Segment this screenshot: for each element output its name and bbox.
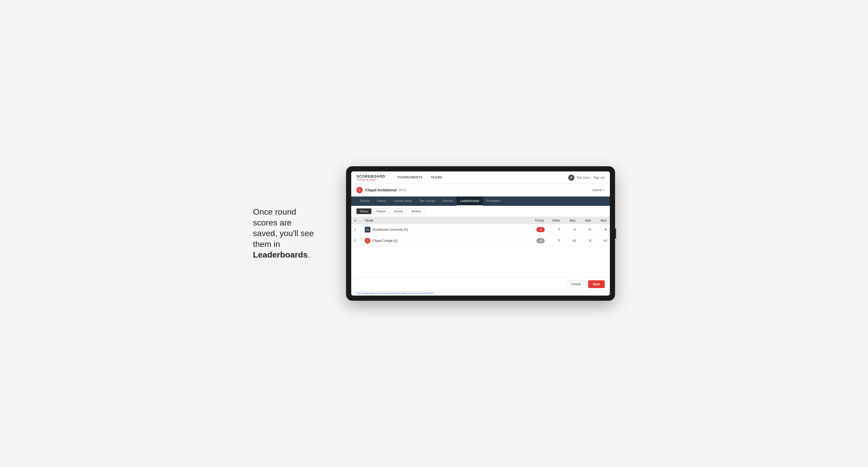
rd1-cell: -4 [563, 224, 579, 235]
bottom-action-bar: Cancel Save [351, 277, 610, 291]
tab-tee-groups[interactable]: Tee Groups [416, 196, 439, 206]
table-header-row: # TEAM TOTAL THRU RD1 RD2 RD3 [351, 217, 610, 224]
col-rd1: RD1 [563, 217, 579, 224]
left-description: Once round scores are saved, you'll see … [253, 207, 331, 260]
team-logo: SU [365, 227, 370, 232]
top-navigation: SCOREBOARD Powered by clippd TOURNAMENTS… [351, 172, 610, 184]
tablet-device: SCOREBOARD Powered by clippd TOURNAMENTS… [346, 166, 615, 301]
rd1-cell: +8 [563, 235, 579, 246]
desc-line2: scores are [253, 218, 291, 227]
tab-leaderboards[interactable]: Leaderboards [457, 196, 483, 206]
filter-scores-button[interactable]: Scores [391, 209, 406, 214]
app-logo: SCOREBOARD [356, 174, 385, 179]
col-thru: THRU [548, 217, 563, 224]
team-cell: C Clippd College [A] [362, 235, 527, 246]
rank-cell: 2 [351, 235, 362, 246]
tab-teams[interactable]: Teams [373, 196, 390, 206]
url-text: https://stage-blue-coach.stagescoredboar… [356, 292, 434, 294]
sub-navigation: Details Teams Course Setup Tee Groups Re… [351, 196, 610, 206]
team-name: Clippd College [A] [372, 239, 397, 243]
team-cell: SU Scoreboard University [A] [362, 224, 527, 235]
nav-teams[interactable]: TEAMS [427, 172, 447, 184]
user-avatar: S [568, 175, 575, 181]
score-badge: -5 [536, 227, 545, 232]
rank-cell: 1 [351, 224, 362, 235]
col-rank: # [351, 217, 362, 224]
desc-line5-end: . [308, 250, 310, 259]
desc-line1: Once round [253, 207, 296, 216]
thru-cell: F [548, 235, 563, 246]
col-team: TEAM [362, 217, 527, 224]
tab-details[interactable]: Details [356, 196, 373, 206]
team-name-wrapper: SU Scoreboard University [A] [365, 227, 524, 232]
tablet-side-button [615, 228, 616, 239]
nav-tournaments[interactable]: TOURNAMENTS [393, 172, 427, 184]
rd2-cell: -8 [579, 235, 594, 246]
tournament-title: Clippd Invitational [365, 188, 397, 192]
tournament-icon: C [356, 187, 363, 193]
col-rd3: RD3 [594, 217, 610, 224]
leaderboard-table: # TEAM TOTAL THRU RD1 RD2 RD3 1 [351, 217, 610, 246]
desc-line3: saved, you'll see [253, 228, 314, 238]
total-cell: +3 [527, 235, 548, 246]
team-name-wrapper: C Clippd College [A] [365, 238, 524, 244]
team-logo-c: C [365, 238, 370, 244]
filter-bar: Teams Players Scores Strokes [351, 206, 610, 217]
main-nav-links: TOURNAMENTS TEAMS [393, 172, 446, 184]
desc-line4: them in [253, 240, 280, 249]
table-row: 1 SU Scoreboard University [A] -5 F -4 [351, 224, 610, 235]
tournament-subtitle: (Men) [398, 188, 406, 192]
filter-strokes-button[interactable]: Strokes [408, 209, 424, 214]
tournament-cancel-button[interactable]: Cancel × [592, 188, 605, 192]
tournament-header: C Clippd Invitational (Men) Cancel × [351, 184, 610, 196]
col-total: TOTAL [527, 217, 548, 224]
url-bar: https://stage-blue-coach.stagescoredboar… [351, 291, 610, 295]
tab-course-setup[interactable]: Course Setup [390, 196, 416, 206]
page-wrapper: Once round scores are saved, you'll see … [253, 166, 615, 301]
rd3-cell: +3 [594, 235, 610, 246]
rd3-cell: -6 [594, 224, 610, 235]
desc-line5-bold: Leaderboards [253, 250, 308, 259]
rd2-cell: +5 [579, 224, 594, 235]
total-cell: -5 [527, 224, 548, 235]
team-name: Scoreboard University [A] [372, 228, 408, 231]
table-row: 2 C Clippd College [A] +3 F +8 -8 [351, 235, 610, 246]
table-empty-area [351, 246, 610, 277]
tablet-screen: SCOREBOARD Powered by clippd TOURNAMENTS… [351, 172, 610, 295]
app-tagline: Powered by clippd [356, 179, 385, 181]
tab-printables[interactable]: Printables [483, 196, 504, 206]
filter-players-button[interactable]: Players [373, 209, 389, 214]
cancel-button[interactable]: Cancel [566, 280, 586, 288]
score-badge: +3 [536, 238, 545, 243]
save-button[interactable]: Save [588, 280, 605, 288]
tab-results[interactable]: Results [439, 196, 457, 206]
sign-out-link[interactable]: Sign out [593, 176, 605, 180]
user-name: Test User | [577, 176, 591, 180]
nav-right-area: S Test User | Sign out [568, 175, 605, 181]
logo-area: SCOREBOARD Powered by clippd [356, 174, 385, 181]
thru-cell: F [548, 224, 563, 235]
col-rd2: RD2 [579, 217, 594, 224]
filter-teams-button[interactable]: Teams [356, 209, 371, 214]
